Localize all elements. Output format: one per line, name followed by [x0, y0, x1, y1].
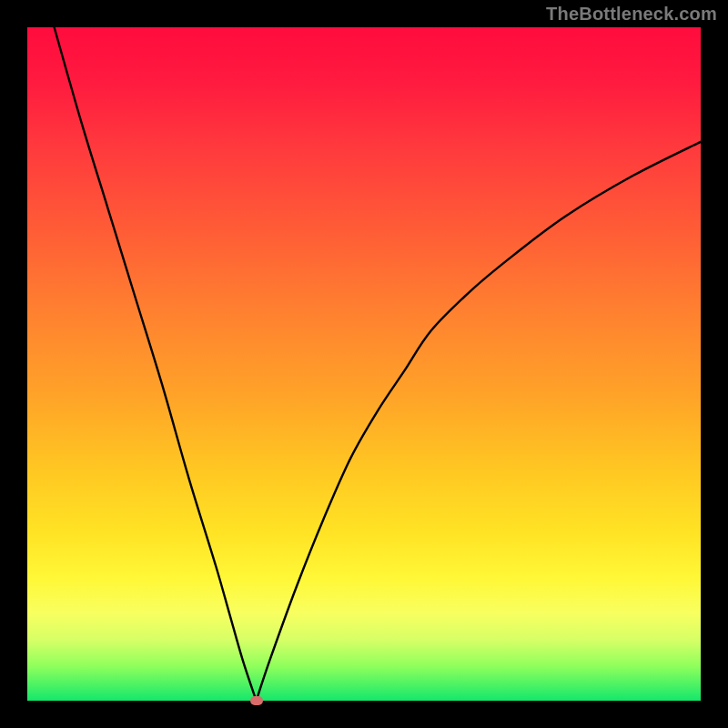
bottleneck-curve — [27, 27, 701, 701]
plot-area — [27, 27, 701, 701]
minimum-marker — [250, 696, 263, 705]
chart-frame: TheBottleneck.com — [0, 0, 728, 728]
watermark-text: TheBottleneck.com — [546, 4, 717, 25]
